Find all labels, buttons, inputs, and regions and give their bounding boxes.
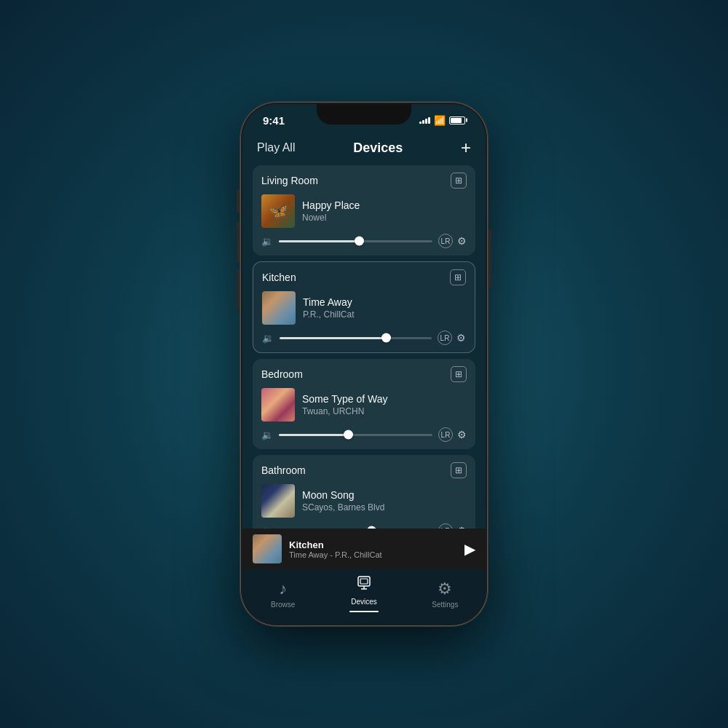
device-name-bedroom: Bedroom	[261, 368, 303, 380]
lr-badge-bathroom[interactable]: LR	[438, 523, 453, 529]
volume-icon-kitchen: 🔉	[262, 333, 274, 344]
track-info-living-room: Happy Place Nowel	[302, 199, 467, 223]
tab-browse-label: Browse	[271, 601, 295, 609]
device-header-living-room: Living Room ⊞	[261, 173, 467, 189]
tab-active-indicator	[349, 611, 379, 612]
lr-badge-living-room[interactable]: LR	[438, 234, 453, 248]
tab-settings-label: Settings	[432, 601, 458, 609]
vol-controls-kitchen: LR ⚙	[438, 331, 466, 345]
wifi-icon: 📶	[434, 115, 446, 126]
device-header-kitchen: Kitchen ⊞	[262, 269, 466, 285]
play-all-button[interactable]: Play All	[257, 141, 295, 154]
power-button	[488, 229, 491, 288]
now-playing-room: Kitchen	[289, 539, 457, 550]
track-row-living-room[interactable]: 🦋 Happy Place Nowel	[261, 194, 467, 228]
devices-icon	[356, 575, 372, 596]
volume-icon-bedroom: 🔉	[261, 430, 273, 440]
track-row-kitchen[interactable]: Time Away P.R., ChillCat	[262, 291, 466, 325]
battery-icon	[449, 116, 465, 124]
track-info-bedroom: Some Type of Way Twuan, URCHN	[302, 393, 467, 416]
plus-square-icon: ⊞	[455, 175, 462, 186]
track-artist-bedroom: Twuan, URCHN	[302, 406, 467, 416]
volume-slider-living-room[interactable]	[279, 240, 432, 242]
plus-square-icon-bedroom: ⊞	[455, 369, 462, 379]
add-device-button[interactable]: +	[461, 139, 471, 157]
device-list: Living Room ⊞ 🦋 Happy Place Nowel 🔉	[242, 165, 486, 529]
album-art-kitchen	[262, 291, 296, 325]
album-art-bedroom	[261, 388, 295, 422]
settings-icon-living-room[interactable]: ⚙	[457, 235, 467, 247]
device-name-bathroom: Bathroom	[261, 464, 306, 476]
tab-settings[interactable]: ⚙ Settings	[405, 579, 486, 609]
add-group-btn-bathroom[interactable]: ⊞	[451, 462, 467, 478]
add-group-btn-bedroom[interactable]: ⊞	[451, 366, 467, 382]
settings-icon-kitchen[interactable]: ⚙	[456, 332, 466, 344]
album-art-living-room: 🦋	[261, 194, 295, 228]
volume-slider-bedroom[interactable]	[279, 434, 432, 436]
lr-badge-kitchen[interactable]: LR	[438, 331, 452, 345]
svg-rect-1	[360, 579, 368, 584]
phone-frame: 9:41 📶 Play All Devices +	[240, 102, 488, 626]
volume-row-kitchen: 🔉 LR ⚙	[262, 331, 466, 345]
status-icons: 📶	[419, 115, 465, 126]
settings-icon-bedroom[interactable]: ⚙	[457, 429, 467, 440]
now-playing-play-button[interactable]: ▶	[464, 540, 475, 558]
settings-tab-icon: ⚙	[438, 579, 452, 598]
track-info-bathroom: Moon Song SCayos, Barnes Blvd	[302, 489, 467, 513]
status-time: 9:41	[263, 114, 285, 127]
now-playing-info: Kitchen Time Away - P.R., ChillCat	[289, 539, 457, 559]
volume-row-bedroom: 🔉 LR ⚙	[261, 427, 467, 442]
device-card-bedroom: Bedroom ⊞ Some Type of Way Twuan, URCHN …	[253, 359, 475, 449]
status-bar: 9:41 📶	[242, 104, 486, 136]
track-artist-kitchen: P.R., ChillCat	[303, 309, 466, 320]
header: Play All Devices +	[242, 136, 486, 165]
lr-badge-bedroom[interactable]: LR	[438, 427, 453, 442]
volume-up-button	[237, 222, 240, 262]
plus-square-icon-kitchen: ⊞	[454, 272, 462, 282]
volume-icon-living-room: 🔉	[261, 236, 273, 247]
volume-row-bathroom: 🔉 LR ⚙	[261, 523, 467, 529]
device-name-kitchen: Kitchen	[262, 272, 296, 283]
svg-rect-0	[358, 577, 370, 586]
device-name-living-room: Living Room	[261, 175, 318, 186]
track-artist-living-room: Nowel	[302, 213, 467, 223]
track-name-kitchen: Time Away	[303, 296, 466, 308]
vol-controls-bedroom: LR ⚙	[438, 427, 467, 442]
track-name-living-room: Happy Place	[302, 199, 467, 211]
volume-down-button	[237, 269, 240, 309]
vol-controls-living-room: LR ⚙	[438, 234, 467, 248]
track-row-bedroom[interactable]: Some Type of Way Twuan, URCHN	[261, 388, 467, 422]
device-card-living-room: Living Room ⊞ 🦋 Happy Place Nowel 🔉	[253, 165, 475, 256]
tab-devices-label: Devices	[351, 598, 377, 606]
page-title: Devices	[353, 141, 403, 156]
device-header-bedroom: Bedroom ⊞	[261, 366, 467, 382]
album-art-bathroom	[261, 484, 295, 518]
track-row-bathroom[interactable]: Moon Song SCayos, Barnes Blvd	[261, 484, 467, 518]
tab-browse[interactable]: ♪ Browse	[242, 579, 323, 609]
add-group-btn-living-room[interactable]: ⊞	[451, 173, 467, 189]
browse-icon: ♪	[279, 579, 287, 598]
plus-square-icon-bathroom: ⊞	[455, 465, 462, 475]
track-name-bedroom: Some Type of Way	[302, 393, 467, 405]
track-info-kitchen: Time Away P.R., ChillCat	[303, 296, 466, 320]
tab-devices[interactable]: Devices	[323, 575, 404, 612]
now-playing-track: Time Away - P.R., ChillCat	[289, 550, 457, 559]
phone-screen: 9:41 📶 Play All Devices +	[242, 104, 486, 624]
add-group-btn-kitchen[interactable]: ⊞	[450, 269, 466, 285]
signal-icon	[419, 117, 430, 124]
tab-bar: ♪ Browse Devices ⚙ Settings	[242, 569, 486, 624]
volume-row-living-room: 🔉 LR ⚙	[261, 234, 467, 248]
now-playing-art	[253, 534, 282, 563]
device-card-bathroom: Bathroom ⊞ Moon Song SCayos, Barnes Blvd…	[253, 455, 475, 529]
vol-controls-bathroom: LR ⚙	[438, 523, 467, 529]
now-playing-bar[interactable]: Kitchen Time Away - P.R., ChillCat ▶	[242, 529, 486, 569]
track-artist-bathroom: SCayos, Barnes Blvd	[302, 502, 467, 513]
volume-slider-kitchen[interactable]	[280, 337, 432, 339]
mute-button	[237, 189, 240, 213]
device-header-bathroom: Bathroom ⊞	[261, 462, 467, 478]
device-card-kitchen: Kitchen ⊞ Time Away P.R., ChillCat 🔉	[253, 261, 475, 353]
track-name-bathroom: Moon Song	[302, 489, 467, 501]
